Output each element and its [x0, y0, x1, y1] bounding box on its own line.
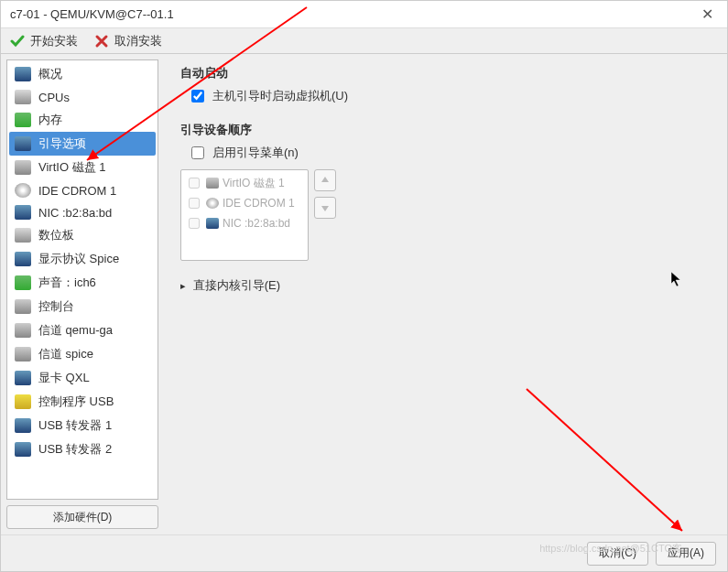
sidebar-item-label: 显示协议 Spice — [38, 251, 119, 267]
sidebar-item-icon — [15, 299, 31, 314]
sidebar-item-icon — [15, 228, 31, 243]
sidebar-item-15[interactable]: USB 转发器 1 — [9, 414, 156, 437]
boot-device-row-2[interactable]: NIC :b2:8a:bd — [184, 213, 305, 233]
sidebar-item-label: 数位板 — [38, 227, 74, 243]
sidebar-item-label: 内存 — [38, 112, 62, 128]
sidebar-item-icon — [15, 205, 31, 220]
start-install-button[interactable]: 开始安装 — [10, 33, 78, 49]
sidebar-item-icon — [15, 371, 31, 385]
sidebar-item-5[interactable]: IDE CDROM 1 — [9, 179, 156, 201]
toolbar: 开始安装 取消安装 — [1, 28, 727, 54]
sidebar-item-icon — [15, 347, 31, 362]
sidebar-item-7[interactable]: 数位板 — [9, 223, 156, 247]
watermark: https://blog.csdn.net@51CTO客 — [539, 542, 682, 556]
autostart-row: 主机引导时启动虚拟机(U) — [188, 87, 711, 105]
boot-device-row-1[interactable]: IDE CDROM 1 — [184, 193, 305, 213]
titlebar: c7-01 - QEMU/KVM@C7--01.1 ✕ — [1, 1, 727, 28]
sidebar-item-icon — [15, 394, 31, 409]
sidebar-item-icon — [15, 183, 31, 198]
boot-device-icon — [206, 198, 219, 209]
boot-device-icon — [206, 178, 219, 189]
sidebar-item-label: 声音：ich6 — [38, 275, 96, 291]
sidebar-item-label: NIC :b2:8a:bd — [38, 206, 112, 220]
sidebar-item-11[interactable]: 信道 qemu-ga — [9, 318, 156, 342]
sidebar-item-6[interactable]: NIC :b2:8a:bd — [9, 201, 156, 223]
sidebar-item-label: 引导选项 — [38, 135, 86, 152]
sidebar-item-label: 显卡 QXL — [38, 370, 90, 386]
boot-device-checkbox[interactable] — [189, 198, 200, 209]
boot-device-icon — [206, 218, 219, 229]
sidebar-item-icon — [15, 275, 31, 290]
sidebar-item-9[interactable]: 声音：ich6 — [9, 271, 156, 295]
sidebar-item-3[interactable]: 引导选项 — [9, 132, 156, 156]
sidebar-item-4[interactable]: VirtIO 磁盘 1 — [9, 156, 156, 179]
direct-kernel-label: 直接内核引导(E) — [193, 278, 280, 292]
cancel-install-button[interactable]: 取消安装 — [94, 33, 162, 49]
content-pane: 自动启动 主机引导时启动虚拟机(U) 引导设备顺序 启用引导菜单(n) Virt… — [164, 54, 727, 534]
check-icon — [10, 34, 25, 49]
boot-device-label: NIC :b2:8a:bd — [223, 217, 290, 230]
add-hardware-label: 添加硬件(D) — [53, 510, 113, 525]
sidebar: 概况CPUs内存引导选项VirtIO 磁盘 1IDE CDROM 1NIC :b… — [1, 54, 164, 534]
boot-device-label: IDE CDROM 1 — [223, 197, 295, 210]
sidebar-item-1[interactable]: CPUs — [9, 86, 156, 108]
window: c7-01 - QEMU/KVM@C7--01.1 ✕ 开始安装 取消安装 概况… — [0, 0, 728, 572]
bootmenu-checkbox[interactable] — [191, 146, 204, 159]
sidebar-item-label: VirtIO 磁盘 1 — [38, 159, 105, 176]
sidebar-item-16[interactable]: USB 转发器 2 — [9, 437, 156, 461]
autostart-checkbox[interactable] — [191, 90, 204, 103]
sidebar-item-14[interactable]: 控制程序 USB — [9, 390, 156, 414]
sidebar-item-icon — [15, 67, 31, 81]
sidebar-item-label: IDE CDROM 1 — [38, 184, 116, 198]
sidebar-item-icon — [15, 418, 31, 433]
move-down-button[interactable] — [314, 197, 336, 219]
bootorder-title: 引导设备顺序 — [180, 122, 711, 138]
sidebar-item-label: 信道 spice — [38, 346, 93, 362]
cancel-install-label: 取消安装 — [114, 33, 162, 49]
autostart-title: 自动启动 — [180, 65, 711, 81]
boot-device-checkbox[interactable] — [189, 178, 200, 189]
sidebar-item-label: 信道 qemu-ga — [38, 322, 113, 339]
start-install-label: 开始安装 — [30, 33, 78, 49]
bootmenu-row: 启用引导菜单(n) — [188, 144, 711, 162]
boot-order-controls — [314, 169, 336, 261]
move-up-button[interactable] — [314, 169, 336, 191]
sidebar-item-label: 概况 — [38, 66, 62, 82]
sidebar-item-10[interactable]: 控制台 — [9, 295, 156, 318]
sidebar-item-label: USB 转发器 2 — [38, 441, 112, 458]
sidebar-item-label: CPUs — [38, 91, 70, 104]
cancel-icon — [94, 34, 109, 49]
boot-device-list[interactable]: VirtIO 磁盘 1IDE CDROM 1NIC :b2:8a:bd — [180, 169, 309, 261]
direct-kernel-boot-expander[interactable]: 直接内核引导(E) — [180, 277, 711, 294]
sidebar-item-label: 控制程序 USB — [38, 394, 114, 410]
sidebar-item-icon — [15, 160, 31, 175]
add-hardware-button[interactable]: 添加硬件(D) — [6, 505, 158, 529]
sidebar-item-icon — [15, 136, 31, 151]
boot-device-checkbox[interactable] — [189, 218, 200, 229]
main: 概况CPUs内存引导选项VirtIO 磁盘 1IDE CDROM 1NIC :b… — [1, 54, 727, 534]
boot-device-area: VirtIO 磁盘 1IDE CDROM 1NIC :b2:8a:bd — [180, 169, 711, 261]
sidebar-item-icon — [15, 442, 31, 457]
sidebar-item-icon — [15, 113, 31, 127]
boot-device-row-0[interactable]: VirtIO 磁盘 1 — [184, 173, 305, 193]
sidebar-list[interactable]: 概况CPUs内存引导选项VirtIO 磁盘 1IDE CDROM 1NIC :b… — [6, 59, 158, 500]
bootmenu-label: 启用引导菜单(n) — [212, 145, 299, 161]
sidebar-item-icon — [15, 90, 31, 104]
sidebar-item-label: 控制台 — [38, 298, 74, 315]
sidebar-item-0[interactable]: 概况 — [9, 62, 156, 86]
sidebar-item-8[interactable]: 显示协议 Spice — [9, 247, 156, 271]
boot-device-label: VirtIO 磁盘 1 — [223, 176, 285, 191]
sidebar-item-13[interactable]: 显卡 QXL — [9, 366, 156, 390]
sidebar-item-icon — [15, 323, 31, 338]
sidebar-item-label: USB 转发器 1 — [38, 417, 112, 434]
sidebar-item-12[interactable]: 信道 spice — [9, 342, 156, 366]
window-title: c7-01 - QEMU/KVM@C7--01.1 — [10, 7, 697, 21]
sidebar-item-2[interactable]: 内存 — [9, 108, 156, 132]
close-icon[interactable]: ✕ — [697, 5, 718, 23]
autostart-label: 主机引导时启动虚拟机(U) — [212, 88, 348, 104]
sidebar-item-icon — [15, 252, 31, 266]
